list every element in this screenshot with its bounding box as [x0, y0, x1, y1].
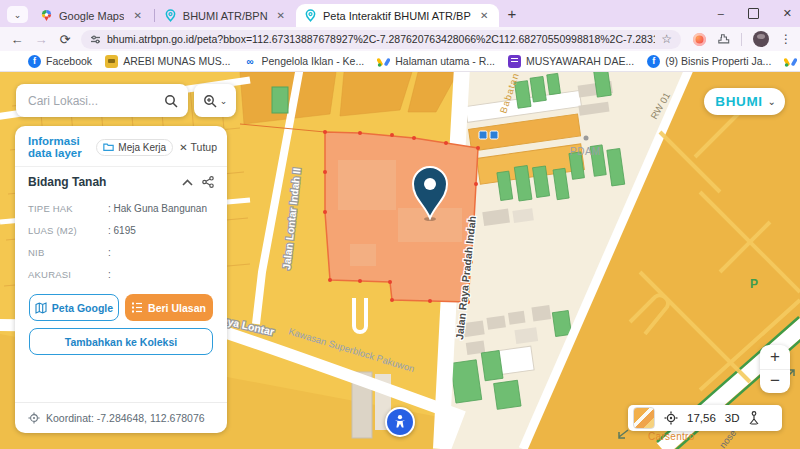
- bookmark-label: MUSYAWARAH DAE...: [526, 55, 634, 67]
- panel-header: Informasi data layer Meja Kerja ✕ Tutup: [15, 126, 227, 167]
- tab-title: BHUMI ATR/BPN: [183, 10, 268, 22]
- facebook-icon: f: [28, 55, 41, 68]
- google-map-button[interactable]: Peta Google: [29, 294, 119, 321]
- bhumi-logo: BHUMI: [715, 94, 762, 109]
- add-to-collection-button[interactable]: Tambahkan ke Koleksi: [29, 328, 213, 355]
- field-row: LUAS (M2) : 6195: [28, 219, 214, 241]
- window-controls: – ✕: [718, 0, 792, 26]
- site-settings-icon[interactable]: [90, 34, 101, 45]
- mode-3d-button[interactable]: 3D: [725, 412, 740, 424]
- workspace-label: Meja Kerja: [118, 142, 166, 153]
- chevron-down-icon: ⌄: [220, 96, 228, 106]
- zoom-level: 17,56: [687, 412, 716, 424]
- layer-info-panel: Informasi data layer Meja Kerja ✕ Tutup …: [15, 126, 227, 433]
- section-header: Bidang Tanah: [15, 167, 227, 195]
- section-title: Bidang Tanah: [28, 175, 182, 189]
- tab-bhumi[interactable]: BHUMI ATR/BPN ✕: [156, 4, 296, 27]
- bhumi-favicon: [304, 9, 317, 22]
- tab-close-icon[interactable]: ✕: [130, 10, 144, 22]
- google-map-label: Peta Google: [52, 302, 113, 314]
- browser-menu-icon[interactable]: ⋮: [780, 32, 792, 46]
- browser-toolbar: ← → ⟳ bhumi.atrbpn.go.id/peta?bbox=112.6…: [0, 27, 800, 51]
- close-panel-button[interactable]: ✕ Tutup: [179, 141, 217, 153]
- url-text: bhumi.atrbpn.go.id/peta?bbox=112.6731388…: [107, 33, 655, 45]
- new-tab-button[interactable]: +: [507, 5, 516, 22]
- bookmark-pengelola-iklan[interactable]: ∞ Pengelola Iklan - Ke...: [243, 55, 364, 68]
- coordinates-text: Koordinat: -7.284648, 112.678076: [46, 412, 205, 424]
- building-green: [272, 87, 288, 113]
- restore-button[interactable]: [748, 8, 759, 19]
- pegman-icon[interactable]: [748, 411, 760, 425]
- bhumi-favicon: [164, 9, 177, 22]
- accessibility-button[interactable]: [385, 407, 415, 437]
- arebi-icon: [105, 55, 118, 68]
- extensions-icon[interactable]: [717, 33, 730, 46]
- bookmark-label: Halaman utama - R...: [395, 55, 495, 67]
- review-button[interactable]: Beri Ulasan: [125, 294, 213, 321]
- address-bar[interactable]: bhumi.atrbpn.go.id/peta?bbox=112.6731388…: [81, 30, 681, 49]
- minimize-button[interactable]: –: [718, 8, 724, 19]
- locate-icon[interactable]: [664, 411, 678, 425]
- map-toolbar: 17,56 3D: [628, 405, 782, 431]
- extension-orange-icon[interactable]: [693, 33, 706, 46]
- collection-label: Tambahkan ke Koleksi: [65, 336, 177, 348]
- tab-close-icon[interactable]: ✕: [274, 10, 288, 22]
- tab-strip: ⌄ Google Maps ✕ BHUMI ATR/BPN ✕ Peta Int…: [0, 0, 800, 27]
- field-row: TIPE HAK : Hak Guna Bangunan: [28, 197, 214, 219]
- tab-title: Peta Interaktif BHUMI ATR/BPN: [323, 10, 471, 22]
- bookmark-label: (9) Bisnis Properti Ja...: [665, 55, 771, 67]
- chevron-down-icon[interactable]: ⌄: [768, 96, 776, 107]
- field-row: NIB :: [28, 241, 214, 263]
- google-ads-icon: [784, 55, 797, 68]
- tab-title: Google Maps: [59, 10, 124, 22]
- field-label: TIPE HAK: [28, 203, 108, 214]
- review-label: Beri Ulasan: [148, 302, 206, 314]
- pdam-label: PDAM: [570, 146, 601, 157]
- field-value: : 6195: [108, 225, 136, 236]
- advanced-search-button[interactable]: ⌄: [194, 84, 236, 117]
- bookmark-halaman-utama-2[interactable]: Halaman utama - R...: [784, 55, 800, 68]
- search-box[interactable]: [16, 84, 188, 117]
- field-label: AKURASI: [28, 269, 108, 280]
- chevron-up-icon[interactable]: [182, 179, 193, 186]
- crosshair-icon: [28, 412, 40, 424]
- meta-icon: ∞: [243, 55, 256, 68]
- tab-close-icon[interactable]: ✕: [477, 10, 491, 22]
- field-value: :: [108, 247, 111, 258]
- field-label: LUAS (M2): [28, 225, 108, 236]
- field-label: NIB: [28, 247, 108, 258]
- action-buttons: Peta Google Beri Ulasan: [15, 285, 227, 321]
- field-value: : Hak Guna Bangunan: [108, 203, 207, 214]
- close-window-button[interactable]: ✕: [783, 8, 792, 19]
- search-input[interactable]: [26, 93, 158, 109]
- bookmark-halaman-utama-1[interactable]: Halaman utama - R...: [377, 55, 495, 68]
- workspace-button[interactable]: Meja Kerja: [96, 139, 173, 156]
- bhumi-logo-button[interactable]: BHUMI ⌄: [704, 88, 785, 115]
- pdam-marker: [584, 136, 589, 141]
- search-icon[interactable]: [164, 94, 178, 108]
- basemap-thumbnail[interactable]: [633, 407, 655, 429]
- tab-separator: [154, 9, 155, 22]
- tab-search-button[interactable]: ⌄: [7, 6, 28, 23]
- bookmark-star-icon[interactable]: ☆: [661, 32, 672, 46]
- bookmark-label: Pengelola Iklan - Ke...: [261, 55, 364, 67]
- bookmark-musyawarah[interactable]: MUSYAWARAH DAE...: [508, 55, 634, 68]
- forward-button[interactable]: →: [30, 32, 52, 47]
- bookmark-label: Facebook: [46, 55, 92, 67]
- google-ads-icon: [377, 55, 390, 68]
- back-button[interactable]: ←: [6, 32, 28, 47]
- zoom-out-button[interactable]: −: [760, 369, 790, 394]
- reload-button[interactable]: ⟳: [54, 32, 76, 47]
- bookmark-bisnis-properti[interactable]: f (9) Bisnis Properti Ja...: [647, 55, 771, 68]
- tab-google-maps[interactable]: Google Maps ✕: [32, 4, 153, 27]
- google-maps-favicon: [40, 9, 53, 22]
- profile-avatar[interactable]: [753, 31, 769, 47]
- bookmark-arebi[interactable]: AREBI MUNAS MUS...: [105, 55, 230, 68]
- tab-peta-interaktif[interactable]: Peta Interaktif BHUMI ATR/BPN ✕: [296, 4, 499, 27]
- field-row: AKURASI :: [28, 263, 214, 285]
- field-list: TIPE HAK : Hak Guna Bangunan LUAS (M2) :…: [15, 195, 227, 285]
- share-icon[interactable]: [202, 176, 214, 188]
- bookmark-facebook[interactable]: f Facebook: [28, 55, 92, 68]
- search-plus-icon: [203, 94, 217, 108]
- zoom-in-button[interactable]: +: [760, 345, 790, 369]
